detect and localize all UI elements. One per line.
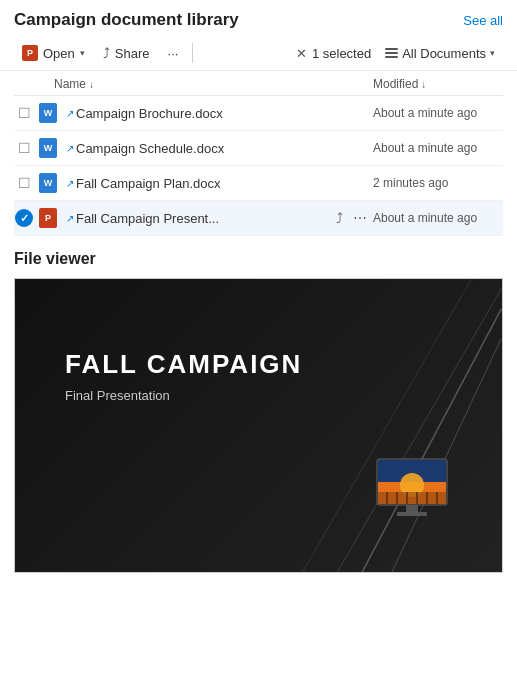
library-title: Campaign document library [14, 10, 239, 30]
sync-icon: ↗ [66, 143, 74, 154]
sync-icon: ↗ [66, 108, 74, 119]
share-file-icon[interactable]: ⤴ [334, 208, 345, 228]
powerpoint-icon: P [22, 45, 38, 61]
file-viewer-label: File viewer [14, 250, 503, 268]
page-container: Campaign document library See all P Open… [0, 0, 517, 678]
sync-icon: ↗ [66, 178, 74, 189]
file-name: Fall Campaign Present... [76, 211, 334, 226]
column-name: Name ↓ [14, 77, 373, 91]
more-button[interactable]: ··· [160, 41, 187, 66]
clear-selection-icon[interactable]: ✕ [296, 46, 307, 61]
column-modified: Modified ↓ [373, 77, 503, 91]
file-modified: About a minute ago [373, 141, 503, 155]
file-modified: About a minute ago [373, 211, 503, 225]
modified-sort-icon[interactable]: ↓ [421, 79, 426, 90]
file-type-icon: W [38, 103, 58, 123]
toolbar: P Open ▾ ⤴ Share ··· ✕ 1 selected [0, 36, 517, 71]
file-type-icon: P [38, 208, 58, 228]
selected-badge: ✕ 1 selected [296, 46, 371, 61]
doc-icon-small: ☐ [18, 175, 31, 191]
doc-icon-small: ☐ [18, 140, 31, 156]
file-name: Campaign Schedule.docx [76, 141, 373, 156]
file-row-selected[interactable]: P ↗ Fall Campaign Present... ⤴ ⋯ About a… [14, 201, 503, 236]
presentation-viewer[interactable]: FALL CAMPAIGN Final Presentation [14, 278, 503, 573]
share-label: Share [115, 46, 150, 61]
doc-icon-small: ☐ [18, 105, 31, 121]
open-label: Open [43, 46, 75, 61]
svg-rect-8 [378, 492, 446, 504]
svg-line-2 [337, 289, 501, 572]
file-checkbox[interactable]: ☐ [14, 173, 34, 193]
selected-count: 1 selected [312, 46, 371, 61]
more-label: ··· [168, 46, 179, 61]
file-modified: 2 minutes ago [373, 176, 503, 190]
toolbar-left: P Open ▾ ⤴ Share ··· [14, 40, 197, 66]
file-row[interactable]: ☐ W ↗ Campaign Brochure.docx About a min… [14, 96, 503, 131]
file-type-icon: W [38, 173, 58, 193]
all-documents-button[interactable]: All Documents ▾ [377, 41, 503, 66]
docx-icon: W [39, 103, 57, 123]
row-actions: ⤴ ⋯ [334, 208, 369, 228]
file-modified: About a minute ago [373, 106, 503, 120]
more-file-icon[interactable]: ⋯ [351, 208, 369, 228]
file-checkbox[interactable]: ☐ [14, 103, 34, 123]
all-docs-label: All Documents [402, 46, 486, 61]
sync-icon: ↗ [66, 213, 74, 224]
share-icon: ⤴ [103, 45, 110, 61]
column-modified-label: Modified [373, 77, 418, 91]
svg-line-1 [392, 339, 501, 572]
open-chevron-icon: ▾ [80, 48, 85, 58]
library-header: Campaign document library See all [0, 0, 517, 36]
svg-rect-15 [406, 505, 418, 513]
file-row[interactable]: ☐ W ↗ Fall Campaign Plan.docx 2 minutes … [14, 166, 503, 201]
svg-rect-16 [397, 512, 427, 516]
slide-title: FALL CAMPAIGN [65, 349, 302, 380]
docx-icon: W [39, 138, 57, 158]
open-button[interactable]: P Open ▾ [14, 40, 93, 66]
file-checkbox-selected[interactable] [14, 208, 34, 228]
list-view-icon [385, 48, 398, 58]
svg-line-3 [303, 279, 472, 572]
slide-decoration [282, 279, 502, 572]
name-sort-icon[interactable]: ↓ [89, 79, 94, 90]
docx-icon: W [39, 173, 57, 193]
see-all-link[interactable]: See all [463, 13, 503, 28]
slide-content: FALL CAMPAIGN Final Presentation [15, 279, 502, 572]
file-viewer-section: File viewer FALL CAMPAIGN Final Presenta… [0, 236, 517, 573]
all-docs-chevron-icon: ▾ [490, 48, 495, 58]
slide-text-area: FALL CAMPAIGN Final Presentation [65, 349, 302, 403]
toolbar-divider [192, 43, 193, 63]
file-name: Fall Campaign Plan.docx [76, 176, 373, 191]
file-type-icon: W [38, 138, 58, 158]
pptx-icon: P [39, 208, 57, 228]
selected-check-icon [15, 209, 33, 227]
file-list: Name ↓ Modified ↓ ☐ W ↗ Campaign Brochur… [0, 71, 517, 236]
file-checkbox[interactable]: ☐ [14, 138, 34, 158]
slide-subtitle: Final Presentation [65, 388, 302, 403]
toolbar-right: ✕ 1 selected All Documents ▾ [296, 41, 503, 66]
file-row[interactable]: ☐ W ↗ Campaign Schedule.docx About a min… [14, 131, 503, 166]
file-list-header: Name ↓ Modified ↓ [14, 71, 503, 96]
monitor-svg [372, 457, 462, 527]
slide-monitor [372, 457, 462, 527]
share-button[interactable]: ⤴ Share [95, 40, 158, 66]
viewer-toolbar: P ◀ SLIDE 1 OF 1 ▶ ⊞ ⤢ [15, 572, 502, 573]
file-name: Campaign Brochure.docx [76, 106, 373, 121]
column-name-label: Name [54, 77, 86, 91]
